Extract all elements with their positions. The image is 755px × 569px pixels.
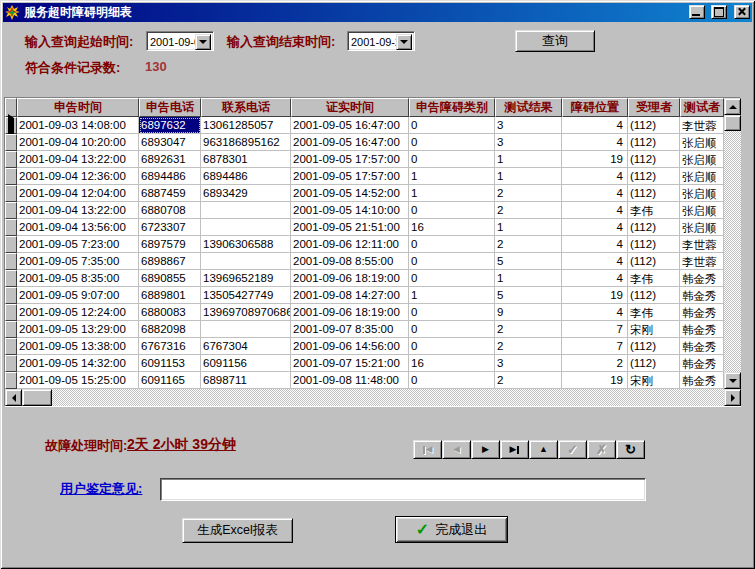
grid-cell[interactable]: 6882098 <box>139 321 201 338</box>
grid-cell[interactable]: 0 <box>409 372 495 389</box>
grid-cell[interactable]: 4 <box>562 270 628 287</box>
grid-cell[interactable]: 1 <box>409 185 495 202</box>
grid-cell[interactable]: 6898867 <box>139 253 201 270</box>
grid-cell[interactable]: 13505427749 <box>201 287 291 304</box>
grid-cell[interactable]: 2001-09-03 14:08:00 <box>17 117 139 134</box>
grid-cell[interactable]: 张启顺 <box>680 219 724 236</box>
grid-cell[interactable]: (112) <box>628 236 680 253</box>
grid-cell[interactable]: 0 <box>409 134 495 151</box>
grid-cell[interactable]: 5 <box>495 253 562 270</box>
grid-cell[interactable]: 5 <box>495 287 562 304</box>
grid-cell[interactable]: 16 <box>409 355 495 372</box>
grid-cell[interactable]: 韩金秀 <box>680 372 724 389</box>
grid-cell[interactable]: 3 <box>495 355 562 372</box>
title-bar[interactable]: 服务超时障碍明细表 <box>3 3 752 22</box>
grid-cell[interactable]: 4 <box>562 185 628 202</box>
grid-cell[interactable]: 韩金秀 <box>680 270 724 287</box>
grid-cell[interactable]: 4 <box>562 168 628 185</box>
grid-cell[interactable]: 19 <box>562 287 628 304</box>
grid-cell[interactable]: 0 <box>409 151 495 168</box>
minimize-button[interactable] <box>689 5 705 19</box>
grid-cell[interactable]: 2001-09-04 13:22:00 <box>17 151 139 168</box>
grid-cell[interactable]: 6898711 <box>201 372 291 389</box>
grid-cell[interactable]: 3 <box>495 134 562 151</box>
table-row[interactable]: 2001-09-04 12:04:00688745968934292001-09… <box>5 185 724 202</box>
grid-cell[interactable]: 6091153 <box>139 355 201 372</box>
vertical-scrollbar[interactable] <box>724 98 741 389</box>
grid-cell[interactable]: 6091165 <box>139 372 201 389</box>
grid-cell[interactable]: 韩金秀 <box>680 287 724 304</box>
grid-cell[interactable]: 2001-09-05 16:47:00 <box>291 134 409 151</box>
grid-cell[interactable]: 0 <box>409 253 495 270</box>
close-button[interactable] <box>734 5 750 19</box>
grid-cell[interactable]: 2001-09-05 13:29:00 <box>17 321 139 338</box>
table-row[interactable]: 2001-09-05 14:32:00609115360911562001-09… <box>5 355 724 372</box>
grid-cell[interactable]: 李伟 <box>628 304 680 321</box>
grid-cell[interactable]: 张启顺 <box>680 134 724 151</box>
grid-cell[interactable]: 2001-09-07 15:21:00 <box>291 355 409 372</box>
grid-cell[interactable]: 2 <box>495 185 562 202</box>
grid-cell[interactable]: (112) <box>628 219 680 236</box>
grid-cell[interactable]: (112) <box>628 185 680 202</box>
grid-cell[interactable]: 2001-09-05 16:47:00 <box>291 117 409 134</box>
grid-cell[interactable]: 4 <box>562 134 628 151</box>
grid-cell[interactable]: 7 <box>562 321 628 338</box>
grid-cell[interactable]: 宋刚 <box>628 321 680 338</box>
finish-exit-button[interactable]: ✓ 完成退出 <box>395 516 508 543</box>
grid-cell[interactable]: 李世蓉 <box>680 117 724 134</box>
grid-cell[interactable]: 0 <box>409 236 495 253</box>
grid-cell[interactable]: 6890855 <box>139 270 201 287</box>
grid-cell[interactable]: 963186895162 <box>201 134 291 151</box>
grid-cell[interactable]: 1 <box>409 287 495 304</box>
column-header[interactable]: 证实时间 <box>291 98 409 117</box>
grid-cell[interactable]: 6889801 <box>139 287 201 304</box>
grid-cell[interactable]: 张启顺 <box>680 202 724 219</box>
export-excel-button[interactable]: 生成Excel报表 <box>182 518 293 543</box>
grid-cell[interactable]: 2001-09-05 17:57:00 <box>291 168 409 185</box>
scroll-up-button[interactable] <box>724 98 741 115</box>
grid-cell[interactable]: 7 <box>562 338 628 355</box>
grid-cell[interactable]: 2001-09-08 8:55:00 <box>291 253 409 270</box>
grid-cell[interactable]: 6880083 <box>139 304 201 321</box>
grid-cell[interactable]: 0 <box>409 321 495 338</box>
opinion-input[interactable] <box>160 478 646 501</box>
grid-cell[interactable]: 0 <box>409 202 495 219</box>
grid-cell[interactable]: 宋刚 <box>628 372 680 389</box>
search-button[interactable]: 查询 <box>515 30 595 52</box>
start-date-combobox[interactable]: 2001-09-05 <box>146 31 214 51</box>
table-row[interactable]: 2001-09-05 8:35:006890855139696521892001… <box>5 270 724 287</box>
vertical-scroll-thumb[interactable] <box>724 115 741 131</box>
grid-cell[interactable]: 李世蓉 <box>680 253 724 270</box>
column-header[interactable]: 受理者 <box>628 98 680 117</box>
grid-cell[interactable]: 6892631 <box>139 151 201 168</box>
horizontal-scrollbar[interactable] <box>5 389 741 406</box>
grid-cell[interactable]: 6880708 <box>139 202 201 219</box>
grid-cell[interactable]: 2001-09-06 18:19:00 <box>291 270 409 287</box>
horizontal-scroll-thumb[interactable] <box>22 389 52 406</box>
grid-cell[interactable]: 139697089706866 <box>201 304 291 321</box>
grid-cell[interactable]: 0 <box>409 270 495 287</box>
table-row[interactable]: 2001-09-05 13:29:0068820982001-09-07 8:3… <box>5 321 724 338</box>
column-header[interactable]: 联系电话 <box>201 98 291 117</box>
grid-cell[interactable]: 李伟 <box>628 202 680 219</box>
column-header[interactable]: 测试结果 <box>495 98 562 117</box>
refresh-button[interactable]: ↻ <box>616 440 645 459</box>
grid-cell[interactable]: 13061285057 <box>201 117 291 134</box>
grid-cell[interactable]: (112) <box>628 168 680 185</box>
table-row[interactable]: 2001-09-04 13:22:00689263168783012001-09… <box>5 151 724 168</box>
grid-cell[interactable]: 6893047 <box>139 134 201 151</box>
grid-cell[interactable]: 韩金秀 <box>680 355 724 372</box>
grid-cell[interactable]: 2001-09-05 14:10:00 <box>291 202 409 219</box>
grid-cell[interactable]: 6723307 <box>139 219 201 236</box>
next-record-button[interactable]: ▶ <box>471 440 500 459</box>
grid-cell[interactable]: 2001-09-05 12:24:00 <box>17 304 139 321</box>
grid-cell[interactable]: 2001-09-05 21:51:00 <box>291 219 409 236</box>
grid-cell[interactable]: 2001-09-06 18:19:00 <box>291 304 409 321</box>
table-row[interactable]: 2001-09-04 13:22:0068807082001-09-05 14:… <box>5 202 724 219</box>
grid-cell[interactable]: 2001-09-05 8:35:00 <box>17 270 139 287</box>
column-header[interactable]: 测试者 <box>680 98 724 117</box>
grid-cell[interactable]: 1 <box>409 168 495 185</box>
grid-cell[interactable]: 6894486 <box>201 168 291 185</box>
grid-cell[interactable]: 1 <box>495 168 562 185</box>
table-row[interactable]: 2001-09-05 7:35:0068988672001-09-08 8:55… <box>5 253 724 270</box>
